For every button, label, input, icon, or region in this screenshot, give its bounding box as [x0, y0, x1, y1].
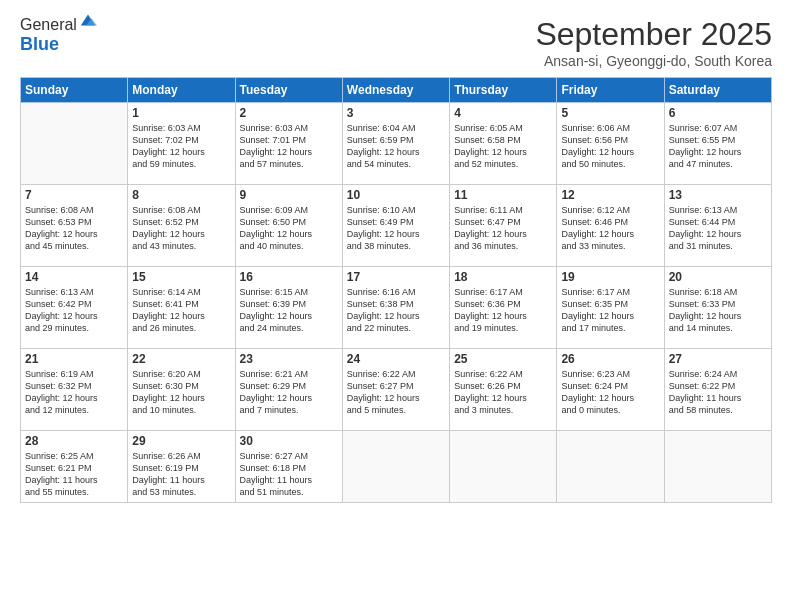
location-subtitle: Ansan-si, Gyeonggi-do, South Korea [535, 53, 772, 69]
day-info: Sunrise: 6:07 AM Sunset: 6:55 PM Dayligh… [669, 122, 767, 171]
table-row: 10Sunrise: 6:10 AM Sunset: 6:49 PM Dayli… [342, 185, 449, 267]
day-info: Sunrise: 6:15 AM Sunset: 6:39 PM Dayligh… [240, 286, 338, 335]
table-row: 7Sunrise: 6:08 AM Sunset: 6:53 PM Daylig… [21, 185, 128, 267]
table-row: 5Sunrise: 6:06 AM Sunset: 6:56 PM Daylig… [557, 103, 664, 185]
day-number: 13 [669, 188, 767, 202]
day-info: Sunrise: 6:12 AM Sunset: 6:46 PM Dayligh… [561, 204, 659, 253]
day-number: 18 [454, 270, 552, 284]
day-info: Sunrise: 6:03 AM Sunset: 7:01 PM Dayligh… [240, 122, 338, 171]
day-number: 1 [132, 106, 230, 120]
table-row: 19Sunrise: 6:17 AM Sunset: 6:35 PM Dayli… [557, 267, 664, 349]
day-number: 25 [454, 352, 552, 366]
table-row [342, 431, 449, 503]
table-row: 2Sunrise: 6:03 AM Sunset: 7:01 PM Daylig… [235, 103, 342, 185]
day-info: Sunrise: 6:03 AM Sunset: 7:02 PM Dayligh… [132, 122, 230, 171]
table-row: 13Sunrise: 6:13 AM Sunset: 6:44 PM Dayli… [664, 185, 771, 267]
calendar-table: Sunday Monday Tuesday Wednesday Thursday… [20, 77, 772, 503]
table-row: 16Sunrise: 6:15 AM Sunset: 6:39 PM Dayli… [235, 267, 342, 349]
table-row: 9Sunrise: 6:09 AM Sunset: 6:50 PM Daylig… [235, 185, 342, 267]
table-row: 21Sunrise: 6:19 AM Sunset: 6:32 PM Dayli… [21, 349, 128, 431]
day-number: 12 [561, 188, 659, 202]
day-number: 11 [454, 188, 552, 202]
table-row [450, 431, 557, 503]
day-number: 16 [240, 270, 338, 284]
table-row: 17Sunrise: 6:16 AM Sunset: 6:38 PM Dayli… [342, 267, 449, 349]
day-number: 21 [25, 352, 123, 366]
table-row: 28Sunrise: 6:25 AM Sunset: 6:21 PM Dayli… [21, 431, 128, 503]
table-row [557, 431, 664, 503]
day-number: 28 [25, 434, 123, 448]
day-info: Sunrise: 6:08 AM Sunset: 6:52 PM Dayligh… [132, 204, 230, 253]
day-info: Sunrise: 6:06 AM Sunset: 6:56 PM Dayligh… [561, 122, 659, 171]
day-number: 8 [132, 188, 230, 202]
day-info: Sunrise: 6:19 AM Sunset: 6:32 PM Dayligh… [25, 368, 123, 417]
table-row: 25Sunrise: 6:22 AM Sunset: 6:26 PM Dayli… [450, 349, 557, 431]
day-info: Sunrise: 6:13 AM Sunset: 6:44 PM Dayligh… [669, 204, 767, 253]
table-row: 1Sunrise: 6:03 AM Sunset: 7:02 PM Daylig… [128, 103, 235, 185]
table-row: 30Sunrise: 6:27 AM Sunset: 6:18 PM Dayli… [235, 431, 342, 503]
table-row: 22Sunrise: 6:20 AM Sunset: 6:30 PM Dayli… [128, 349, 235, 431]
day-number: 27 [669, 352, 767, 366]
day-number: 22 [132, 352, 230, 366]
day-number: 14 [25, 270, 123, 284]
day-number: 9 [240, 188, 338, 202]
table-row: 27Sunrise: 6:24 AM Sunset: 6:22 PM Dayli… [664, 349, 771, 431]
col-friday: Friday [557, 78, 664, 103]
day-info: Sunrise: 6:08 AM Sunset: 6:53 PM Dayligh… [25, 204, 123, 253]
logo-general-text: General [20, 16, 77, 34]
day-info: Sunrise: 6:25 AM Sunset: 6:21 PM Dayligh… [25, 450, 123, 499]
table-row: 23Sunrise: 6:21 AM Sunset: 6:29 PM Dayli… [235, 349, 342, 431]
table-row: 3Sunrise: 6:04 AM Sunset: 6:59 PM Daylig… [342, 103, 449, 185]
day-number: 29 [132, 434, 230, 448]
day-number: 7 [25, 188, 123, 202]
day-info: Sunrise: 6:27 AM Sunset: 6:18 PM Dayligh… [240, 450, 338, 499]
table-row: 29Sunrise: 6:26 AM Sunset: 6:19 PM Dayli… [128, 431, 235, 503]
day-number: 10 [347, 188, 445, 202]
day-number: 30 [240, 434, 338, 448]
table-row: 18Sunrise: 6:17 AM Sunset: 6:36 PM Dayli… [450, 267, 557, 349]
day-number: 3 [347, 106, 445, 120]
table-row: 24Sunrise: 6:22 AM Sunset: 6:27 PM Dayli… [342, 349, 449, 431]
day-number: 26 [561, 352, 659, 366]
col-monday: Monday [128, 78, 235, 103]
day-number: 20 [669, 270, 767, 284]
month-title: September 2025 [535, 16, 772, 53]
logo-icon [79, 11, 97, 29]
col-sunday: Sunday [21, 78, 128, 103]
day-info: Sunrise: 6:04 AM Sunset: 6:59 PM Dayligh… [347, 122, 445, 171]
table-row: 11Sunrise: 6:11 AM Sunset: 6:47 PM Dayli… [450, 185, 557, 267]
day-number: 5 [561, 106, 659, 120]
day-number: 17 [347, 270, 445, 284]
table-row [21, 103, 128, 185]
table-row: 8Sunrise: 6:08 AM Sunset: 6:52 PM Daylig… [128, 185, 235, 267]
page-header: General Blue September 2025 Ansan-si, Gy… [20, 16, 772, 69]
day-number: 4 [454, 106, 552, 120]
table-row: 12Sunrise: 6:12 AM Sunset: 6:46 PM Dayli… [557, 185, 664, 267]
day-info: Sunrise: 6:22 AM Sunset: 6:27 PM Dayligh… [347, 368, 445, 417]
day-number: 15 [132, 270, 230, 284]
day-number: 6 [669, 106, 767, 120]
col-tuesday: Tuesday [235, 78, 342, 103]
day-number: 2 [240, 106, 338, 120]
table-row [664, 431, 771, 503]
day-info: Sunrise: 6:17 AM Sunset: 6:36 PM Dayligh… [454, 286, 552, 335]
day-info: Sunrise: 6:24 AM Sunset: 6:22 PM Dayligh… [669, 368, 767, 417]
day-info: Sunrise: 6:22 AM Sunset: 6:26 PM Dayligh… [454, 368, 552, 417]
table-row: 15Sunrise: 6:14 AM Sunset: 6:41 PM Dayli… [128, 267, 235, 349]
day-info: Sunrise: 6:23 AM Sunset: 6:24 PM Dayligh… [561, 368, 659, 417]
table-row: 6Sunrise: 6:07 AM Sunset: 6:55 PM Daylig… [664, 103, 771, 185]
table-row: 26Sunrise: 6:23 AM Sunset: 6:24 PM Dayli… [557, 349, 664, 431]
day-info: Sunrise: 6:21 AM Sunset: 6:29 PM Dayligh… [240, 368, 338, 417]
table-row: 20Sunrise: 6:18 AM Sunset: 6:33 PM Dayli… [664, 267, 771, 349]
day-info: Sunrise: 6:14 AM Sunset: 6:41 PM Dayligh… [132, 286, 230, 335]
table-row: 4Sunrise: 6:05 AM Sunset: 6:58 PM Daylig… [450, 103, 557, 185]
title-block: September 2025 Ansan-si, Gyeonggi-do, So… [535, 16, 772, 69]
day-number: 23 [240, 352, 338, 366]
day-info: Sunrise: 6:05 AM Sunset: 6:58 PM Dayligh… [454, 122, 552, 171]
day-info: Sunrise: 6:17 AM Sunset: 6:35 PM Dayligh… [561, 286, 659, 335]
day-info: Sunrise: 6:20 AM Sunset: 6:30 PM Dayligh… [132, 368, 230, 417]
day-info: Sunrise: 6:09 AM Sunset: 6:50 PM Dayligh… [240, 204, 338, 253]
table-row: 14Sunrise: 6:13 AM Sunset: 6:42 PM Dayli… [21, 267, 128, 349]
day-number: 24 [347, 352, 445, 366]
calendar-header-row: Sunday Monday Tuesday Wednesday Thursday… [21, 78, 772, 103]
